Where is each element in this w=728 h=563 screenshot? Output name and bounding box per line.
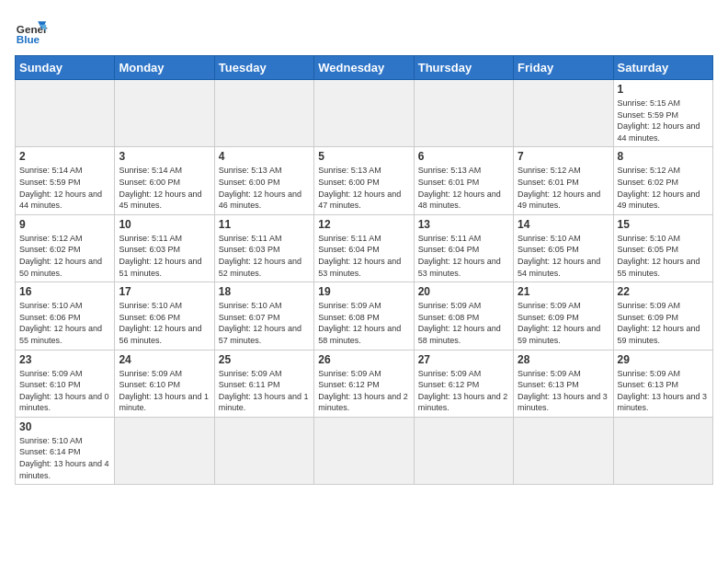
calendar-day-cell: 7 Sunrise: 5:12 AM Sunset: 6:01 PM Dayli… — [514, 147, 613, 214]
calendar-day-cell: 25 Sunrise: 5:09 AM Sunset: 6:11 PM Dayl… — [214, 350, 313, 417]
calendar-day-cell — [16, 80, 115, 147]
calendar-day-cell — [115, 80, 214, 147]
day-info: Sunrise: 5:10 AM Sunset: 6:06 PM Dayligh… — [119, 300, 210, 346]
day-info: Sunrise: 5:09 AM Sunset: 6:11 PM Dayligh… — [219, 368, 310, 414]
calendar-day-cell: 21 Sunrise: 5:09 AM Sunset: 6:09 PM Dayl… — [514, 282, 613, 350]
day-number: 25 — [219, 353, 310, 366]
day-number: 16 — [19, 285, 110, 298]
calendar-day-cell: 3 Sunrise: 5:14 AM Sunset: 6:00 PM Dayli… — [115, 147, 214, 214]
day-info: Sunrise: 5:09 AM Sunset: 6:08 PM Dayligh… — [318, 300, 409, 346]
day-info: Sunrise: 5:15 AM Sunset: 5:59 PM Dayligh… — [618, 98, 709, 144]
day-number: 23 — [19, 353, 110, 366]
day-number: 27 — [418, 353, 509, 366]
logo: General Blue — [15, 15, 48, 48]
day-number: 30 — [19, 420, 110, 433]
day-info: Sunrise: 5:09 AM Sunset: 6:10 PM Dayligh… — [19, 368, 110, 414]
calendar-day-cell: 24 Sunrise: 5:09 AM Sunset: 6:10 PM Dayl… — [115, 350, 214, 417]
calendar-day-cell — [214, 80, 313, 147]
day-info: Sunrise: 5:11 AM Sunset: 6:03 PM Dayligh… — [119, 233, 210, 279]
calendar-day-cell — [115, 417, 214, 484]
day-info: Sunrise: 5:13 AM Sunset: 6:00 PM Dayligh… — [219, 165, 310, 211]
day-number: 11 — [219, 218, 310, 231]
day-number: 13 — [418, 218, 509, 231]
calendar-day-cell: 12 Sunrise: 5:11 AM Sunset: 6:04 PM Dayl… — [314, 214, 414, 282]
calendar-day-cell: 9 Sunrise: 5:12 AM Sunset: 6:02 PM Dayli… — [16, 214, 115, 282]
day-info: Sunrise: 5:09 AM Sunset: 6:09 PM Dayligh… — [618, 300, 709, 346]
day-number: 24 — [119, 353, 210, 366]
day-number: 1 — [618, 83, 709, 96]
calendar-day-cell: 16 Sunrise: 5:10 AM Sunset: 6:06 PM Dayl… — [16, 282, 115, 350]
day-info: Sunrise: 5:13 AM Sunset: 6:00 PM Dayligh… — [318, 165, 409, 211]
calendar-table: Sunday Monday Tuesday Wednesday Thursday… — [15, 55, 713, 485]
day-info: Sunrise: 5:11 AM Sunset: 6:03 PM Dayligh… — [219, 233, 310, 279]
calendar-day-cell: 17 Sunrise: 5:10 AM Sunset: 6:06 PM Dayl… — [115, 282, 214, 350]
day-number: 28 — [518, 353, 609, 366]
day-info: Sunrise: 5:11 AM Sunset: 6:04 PM Dayligh… — [418, 233, 509, 279]
day-info: Sunrise: 5:10 AM Sunset: 6:14 PM Dayligh… — [19, 435, 110, 481]
calendar-day-cell — [514, 80, 613, 147]
calendar-day-cell: 1 Sunrise: 5:15 AM Sunset: 5:59 PM Dayli… — [613, 80, 712, 147]
day-number: 19 — [318, 285, 409, 298]
calendar-day-cell: 27 Sunrise: 5:09 AM Sunset: 6:12 PM Dayl… — [414, 350, 513, 417]
calendar-day-cell: 23 Sunrise: 5:09 AM Sunset: 6:10 PM Dayl… — [16, 350, 115, 417]
calendar-day-cell: 10 Sunrise: 5:11 AM Sunset: 6:03 PM Dayl… — [115, 214, 214, 282]
day-number: 12 — [318, 218, 409, 231]
header-tuesday: Tuesday — [214, 56, 313, 80]
calendar-day-cell: 6 Sunrise: 5:13 AM Sunset: 6:01 PM Dayli… — [414, 147, 513, 214]
page-header: General Blue — [15, 15, 713, 48]
calendar-day-cell: 5 Sunrise: 5:13 AM Sunset: 6:00 PM Dayli… — [314, 147, 414, 214]
day-number: 5 — [318, 150, 409, 163]
calendar-week-row: 30 Sunrise: 5:10 AM Sunset: 6:14 PM Dayl… — [16, 417, 713, 484]
day-number: 18 — [219, 285, 310, 298]
day-info: Sunrise: 5:14 AM Sunset: 6:00 PM Dayligh… — [119, 165, 210, 211]
calendar-day-cell: 22 Sunrise: 5:09 AM Sunset: 6:09 PM Dayl… — [613, 282, 712, 350]
day-info: Sunrise: 5:09 AM Sunset: 6:13 PM Dayligh… — [518, 368, 609, 414]
day-info: Sunrise: 5:13 AM Sunset: 6:01 PM Dayligh… — [418, 165, 509, 211]
calendar-week-row: 2 Sunrise: 5:14 AM Sunset: 5:59 PM Dayli… — [16, 147, 713, 214]
calendar-week-row: 16 Sunrise: 5:10 AM Sunset: 6:06 PM Dayl… — [16, 282, 713, 350]
day-info: Sunrise: 5:10 AM Sunset: 6:07 PM Dayligh… — [219, 300, 310, 346]
header-friday: Friday — [514, 56, 613, 80]
calendar-day-cell — [214, 417, 313, 484]
calendar-day-cell: 20 Sunrise: 5:09 AM Sunset: 6:08 PM Dayl… — [414, 282, 513, 350]
day-number: 15 — [618, 218, 709, 231]
calendar-day-cell — [613, 417, 712, 484]
day-number: 21 — [518, 285, 609, 298]
day-info: Sunrise: 5:09 AM Sunset: 6:10 PM Dayligh… — [119, 368, 210, 414]
day-number: 9 — [19, 218, 110, 231]
day-number: 4 — [219, 150, 310, 163]
calendar-day-cell: 15 Sunrise: 5:10 AM Sunset: 6:05 PM Dayl… — [613, 214, 712, 282]
day-number: 7 — [518, 150, 609, 163]
header-thursday: Thursday — [414, 56, 513, 80]
calendar-day-cell: 19 Sunrise: 5:09 AM Sunset: 6:08 PM Dayl… — [314, 282, 414, 350]
header-wednesday: Wednesday — [314, 56, 414, 80]
calendar-week-row: 9 Sunrise: 5:12 AM Sunset: 6:02 PM Dayli… — [16, 214, 713, 282]
day-number: 3 — [119, 150, 210, 163]
header-saturday: Saturday — [613, 56, 712, 80]
calendar-day-cell — [314, 80, 414, 147]
calendar-week-row: 1 Sunrise: 5:15 AM Sunset: 5:59 PM Dayli… — [16, 80, 713, 147]
day-number: 29 — [618, 353, 709, 366]
calendar-day-cell: 11 Sunrise: 5:11 AM Sunset: 6:03 PM Dayl… — [214, 214, 313, 282]
weekday-header-row: Sunday Monday Tuesday Wednesday Thursday… — [16, 56, 713, 80]
day-info: Sunrise: 5:10 AM Sunset: 6:06 PM Dayligh… — [19, 300, 110, 346]
day-number: 2 — [19, 150, 110, 163]
calendar-day-cell: 4 Sunrise: 5:13 AM Sunset: 6:00 PM Dayli… — [214, 147, 313, 214]
header-sunday: Sunday — [16, 56, 115, 80]
day-info: Sunrise: 5:12 AM Sunset: 6:01 PM Dayligh… — [518, 165, 609, 211]
calendar-day-cell: 2 Sunrise: 5:14 AM Sunset: 5:59 PM Dayli… — [16, 147, 115, 214]
calendar-day-cell: 13 Sunrise: 5:11 AM Sunset: 6:04 PM Dayl… — [414, 214, 513, 282]
calendar-day-cell — [414, 417, 513, 484]
day-number: 26 — [318, 353, 409, 366]
day-number: 6 — [418, 150, 509, 163]
calendar-day-cell: 18 Sunrise: 5:10 AM Sunset: 6:07 PM Dayl… — [214, 282, 313, 350]
day-info: Sunrise: 5:10 AM Sunset: 6:05 PM Dayligh… — [518, 233, 609, 279]
header-monday: Monday — [115, 56, 214, 80]
day-number: 10 — [119, 218, 210, 231]
day-number: 14 — [518, 218, 609, 231]
calendar-day-cell: 28 Sunrise: 5:09 AM Sunset: 6:13 PM Dayl… — [514, 350, 613, 417]
day-number: 22 — [618, 285, 709, 298]
day-number: 17 — [119, 285, 210, 298]
day-info: Sunrise: 5:10 AM Sunset: 6:05 PM Dayligh… — [618, 233, 709, 279]
day-info: Sunrise: 5:12 AM Sunset: 6:02 PM Dayligh… — [618, 165, 709, 211]
